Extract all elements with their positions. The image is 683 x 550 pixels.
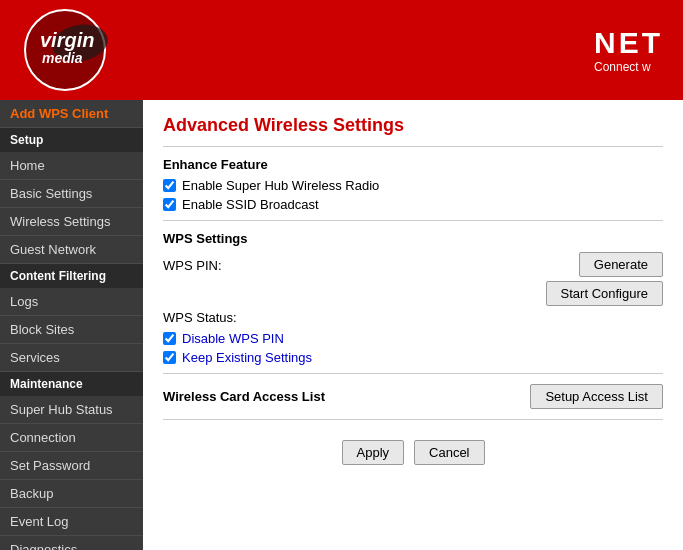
wps-pin-section: WPS PIN: Generate Start Configure — [163, 252, 663, 306]
apply-row: Apply Cancel — [163, 440, 663, 465]
sidebar-item-event-log[interactable]: Event Log — [0, 508, 143, 536]
svg-text:virgin: virgin — [40, 29, 94, 51]
divider-access — [163, 373, 663, 374]
keep-existing-label: Keep Existing Settings — [182, 350, 312, 365]
sidebar-section-content-filtering: Content Filtering — [0, 264, 143, 288]
enable-radio-checkbox[interactable] — [163, 179, 176, 192]
disable-wps-checkbox[interactable] — [163, 332, 176, 345]
cancel-button[interactable]: Cancel — [414, 440, 484, 465]
apply-button[interactable]: Apply — [342, 440, 405, 465]
sidebar-item-block-sites[interactable]: Block Sites — [0, 316, 143, 344]
generate-button[interactable]: Generate — [579, 252, 663, 277]
sidebar-item-guest-network[interactable]: Guest Network — [0, 236, 143, 264]
wps-status-label: WPS Status: — [163, 310, 663, 325]
net-label: NET — [594, 26, 663, 60]
wps-pin-label: WPS PIN: — [163, 258, 263, 273]
sidebar-item-add-wps[interactable]: Add WPS Client — [0, 100, 143, 128]
access-list-row: Wireless Card Access List Setup Access L… — [163, 384, 663, 409]
sidebar: Add WPS Client Setup Home Basic Settings… — [0, 100, 143, 550]
sidebar-item-home[interactable]: Home — [0, 152, 143, 180]
keep-existing-row: Keep Existing Settings — [163, 350, 663, 365]
enhance-feature-label: Enhance Feature — [163, 157, 663, 172]
main-layout: Add WPS Client Setup Home Basic Settings… — [0, 100, 683, 550]
sidebar-item-backup[interactable]: Backup — [0, 480, 143, 508]
start-configure-button[interactable]: Start Configure — [546, 281, 663, 306]
enable-ssid-label: Enable SSID Broadcast — [182, 197, 319, 212]
wps-btn-row: Generate Start Configure — [546, 252, 663, 306]
logo-area: virgin media — [20, 5, 150, 95]
disable-wps-label: Disable WPS PIN — [182, 331, 284, 346]
content-area: Advanced Wireless Settings Enhance Featu… — [143, 100, 683, 550]
wireless-card-label: Wireless Card Access List — [163, 389, 325, 404]
wps-settings-label: WPS Settings — [163, 231, 663, 246]
enable-radio-label: Enable Super Hub Wireless Radio — [182, 178, 379, 193]
wps-pin-left: WPS PIN: — [163, 252, 546, 279]
disable-wps-row: Disable WPS PIN — [163, 331, 663, 346]
sidebar-section-maintenance: Maintenance — [0, 372, 143, 396]
sidebar-section-setup: Setup — [0, 128, 143, 152]
divider-bottom — [163, 419, 663, 420]
divider-wps — [163, 220, 663, 221]
connect-label: Connect w — [594, 60, 663, 74]
enable-ssid-checkbox[interactable] — [163, 198, 176, 211]
wps-pin-row: WPS PIN: — [163, 258, 546, 273]
keep-existing-checkbox[interactable] — [163, 351, 176, 364]
divider-top — [163, 146, 663, 147]
enable-radio-row: Enable Super Hub Wireless Radio — [163, 178, 663, 193]
sidebar-item-connection[interactable]: Connection — [0, 424, 143, 452]
sidebar-item-super-hub-status[interactable]: Super Hub Status — [0, 396, 143, 424]
sidebar-item-basic-settings[interactable]: Basic Settings — [0, 180, 143, 208]
sidebar-item-services[interactable]: Services — [0, 344, 143, 372]
svg-text:media: media — [42, 50, 83, 66]
sidebar-item-logs[interactable]: Logs — [0, 288, 143, 316]
header: virgin media NET Connect w — [0, 0, 683, 100]
sidebar-item-diagnostics[interactable]: Diagnostics — [0, 536, 143, 550]
logo-icon: virgin media — [20, 5, 150, 95]
header-right: NET Connect w — [594, 26, 663, 74]
page-title: Advanced Wireless Settings — [163, 115, 663, 136]
setup-access-button[interactable]: Setup Access List — [530, 384, 663, 409]
enable-ssid-row: Enable SSID Broadcast — [163, 197, 663, 212]
sidebar-item-set-password[interactable]: Set Password — [0, 452, 143, 480]
sidebar-item-wireless-settings[interactable]: Wireless Settings — [0, 208, 143, 236]
